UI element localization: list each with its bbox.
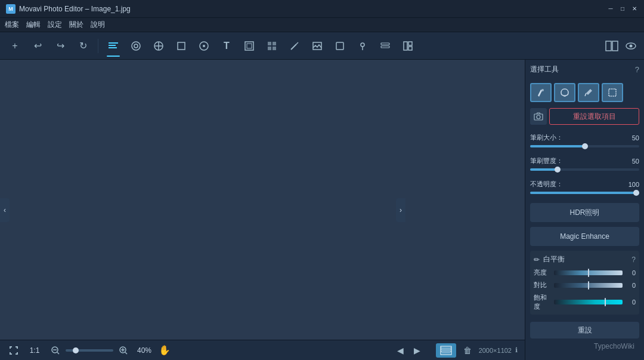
panel-help-button[interactable]: ? bbox=[635, 65, 639, 74]
svg-rect-0 bbox=[109, 42, 118, 44]
mosaic-button[interactable] bbox=[262, 36, 282, 56]
svg-rect-20 bbox=[336, 42, 343, 50]
svg-rect-23 bbox=[381, 43, 389, 45]
reset-button[interactable]: 重設 bbox=[530, 322, 639, 339]
add-button[interactable]: + bbox=[5, 36, 25, 56]
zoom-out-button[interactable] bbox=[49, 344, 62, 357]
saturation-label: 飽和度 bbox=[534, 293, 550, 311]
svg-rect-26 bbox=[408, 42, 412, 45]
menu-about[interactable]: 關於 bbox=[69, 20, 83, 30]
brush-hardness-thumb[interactable] bbox=[555, 167, 561, 173]
pin-button[interactable] bbox=[352, 36, 373, 56]
menu-edit[interactable]: 編輯 bbox=[26, 20, 41, 30]
delete-image-button[interactable]: 🗑 bbox=[460, 344, 475, 356]
menu-help[interactable]: 說明 bbox=[91, 20, 105, 30]
select-tool-button[interactable] bbox=[103, 36, 123, 56]
close-button[interactable]: ✕ bbox=[631, 5, 638, 13]
brush-hardness-row: 筆刷豐度： 50 bbox=[530, 156, 639, 173]
prev-image-button[interactable]: ◀ bbox=[394, 344, 407, 357]
image-info-button[interactable]: ℹ bbox=[515, 346, 518, 354]
brush-hardness-slider[interactable] bbox=[530, 168, 639, 171]
zoom-slider-thumb[interactable] bbox=[73, 347, 79, 353]
filmstrip-view-button[interactable] bbox=[436, 343, 456, 358]
fit-screen-button[interactable] bbox=[7, 344, 20, 357]
layers-button[interactable] bbox=[375, 36, 395, 56]
reset-selection-button[interactable]: 重設選取項目 bbox=[549, 108, 639, 125]
zoom-percent-label: 40% bbox=[134, 346, 155, 355]
brush-button[interactable] bbox=[284, 36, 305, 56]
redo-button[interactable]: ↪ bbox=[50, 36, 70, 56]
opacity-label-row: 不透明度： 100 bbox=[530, 180, 639, 189]
select-tools-row bbox=[530, 83, 639, 102]
svg-rect-16 bbox=[273, 47, 276, 50]
brightness-thumb[interactable] bbox=[588, 269, 589, 277]
left-panel-toggle[interactable]: ‹ bbox=[0, 198, 10, 222]
eyedropper-button[interactable] bbox=[578, 83, 599, 102]
brush-select-button[interactable] bbox=[530, 83, 552, 102]
split-view-button[interactable] bbox=[603, 38, 620, 54]
menu-settings[interactable]: 設定 bbox=[48, 20, 62, 30]
pan-tool-button[interactable]: ✋ bbox=[159, 344, 171, 356]
saturation-thumb[interactable] bbox=[605, 298, 606, 306]
transform-button[interactable] bbox=[148, 36, 169, 56]
zoom-slider-container bbox=[66, 349, 113, 352]
brush-size-thumb[interactable] bbox=[582, 143, 588, 149]
wb-header: ✏ 白平衡 ? bbox=[534, 254, 636, 264]
warp-button[interactable] bbox=[194, 36, 214, 56]
window-title: Movavi Photo Editor – Image_1.jpg bbox=[19, 5, 607, 13]
undo-button[interactable]: ↩ bbox=[27, 36, 48, 56]
opacity-thumb[interactable] bbox=[633, 190, 639, 196]
refresh-button[interactable]: ↻ bbox=[73, 36, 93, 56]
lasso-select-button[interactable] bbox=[554, 83, 575, 102]
wb-help-button[interactable]: ? bbox=[631, 256, 636, 264]
bottombar: 1:1 40% ✋ ◀ ▶ 🗑 2000×1102 ℹ bbox=[0, 340, 525, 360]
magic-enhance-button[interactable]: Magic Enhance bbox=[530, 227, 639, 246]
shape-button[interactable] bbox=[330, 36, 350, 56]
text-button[interactable]: T bbox=[216, 36, 237, 56]
opacity-slider[interactable] bbox=[530, 192, 639, 194]
svg-point-47 bbox=[541, 89, 544, 91]
svg-point-31 bbox=[630, 44, 633, 47]
brush-hardness-fill bbox=[530, 168, 558, 171]
rotate-tool-button[interactable] bbox=[126, 36, 146, 56]
contrast-thumb[interactable] bbox=[588, 281, 589, 290]
opacity-value: 100 bbox=[625, 181, 639, 188]
crop-button[interactable] bbox=[171, 36, 191, 56]
minimize-button[interactable]: ─ bbox=[607, 5, 614, 13]
image-button[interactable] bbox=[307, 36, 327, 56]
titlebar: M Movavi Photo Editor – Image_1.jpg ─ □ … bbox=[0, 0, 644, 18]
saturation-slider[interactable] bbox=[554, 300, 623, 304]
hdr-button[interactable]: HDR照明 bbox=[530, 203, 639, 222]
right-panel: 選擇工具 ? 重設選取項目 bbox=[525, 60, 644, 360]
right-panel-toggle[interactable]: › bbox=[396, 198, 405, 222]
brush-size-label-row: 筆刷大小： 50 bbox=[530, 133, 639, 142]
svg-point-10 bbox=[203, 45, 205, 47]
saturation-row: 飽和度 0 bbox=[534, 293, 636, 311]
opacity-row: 不透明度： 100 bbox=[530, 180, 639, 196]
brightness-slider[interactable] bbox=[554, 270, 623, 275]
svg-rect-8 bbox=[178, 42, 185, 50]
svg-rect-11 bbox=[245, 42, 253, 50]
contrast-slider[interactable] bbox=[554, 283, 623, 288]
svg-rect-49 bbox=[609, 89, 616, 96]
svg-rect-25 bbox=[404, 42, 407, 50]
svg-point-21 bbox=[361, 43, 364, 47]
svg-rect-1 bbox=[109, 45, 116, 46]
next-image-button[interactable]: ▶ bbox=[411, 344, 424, 357]
app-icon: M bbox=[6, 4, 16, 14]
frame-button[interactable] bbox=[239, 36, 259, 56]
layout-button[interactable] bbox=[398, 36, 418, 56]
svg-rect-24 bbox=[381, 46, 389, 48]
brush-size-slider[interactable] bbox=[530, 145, 639, 147]
menu-file[interactable]: 檔案 bbox=[5, 20, 19, 30]
maximize-button[interactable]: □ bbox=[619, 5, 626, 13]
preview-button[interactable] bbox=[623, 38, 639, 54]
snapshot-button[interactable] bbox=[530, 108, 547, 125]
zoom-in-button[interactable] bbox=[117, 344, 130, 357]
svg-rect-40 bbox=[442, 347, 450, 353]
zoom-slider[interactable] bbox=[66, 349, 113, 352]
svg-rect-29 bbox=[612, 41, 618, 51]
opacity-fill bbox=[530, 192, 639, 194]
rect-select-button[interactable] bbox=[602, 83, 623, 102]
canvas-wrapper: ‹ › 1:1 40% ✋ ◀ ▶ bbox=[0, 60, 525, 360]
